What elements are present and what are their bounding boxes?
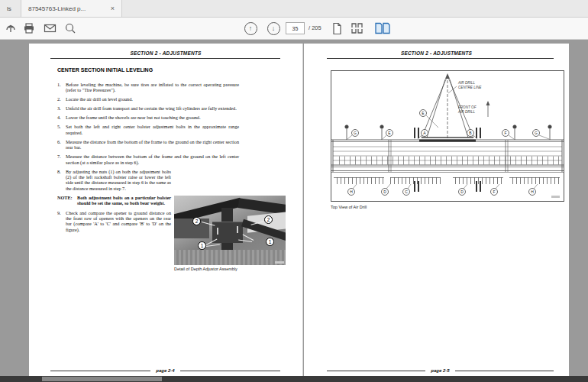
diagram-callout-letter: H: [531, 189, 534, 194]
list-item: 3.Unfold the air drill from transport an…: [57, 105, 239, 111]
tab-bar: ls 87545763-Linked p... ×: [0, 0, 588, 18]
list-item: 6.Measure the distance from the bottom o…: [57, 139, 239, 151]
diagram-callout-letter: G: [354, 131, 357, 135]
drawing-id-smudge: [551, 196, 560, 198]
page-number-input[interactable]: [286, 22, 305, 34]
continuous-scroll-icon: [351, 22, 367, 34]
header-rule-left: [50, 58, 280, 59]
diagram-callout-letter: F: [504, 131, 506, 135]
note-block: NOTE:Both adjustment bolts on a particul…: [57, 195, 171, 206]
single-page-icon: [331, 22, 343, 35]
next-page-button[interactable]: ↓: [265, 20, 282, 37]
page-footer-right: page 2-5: [327, 368, 554, 373]
page-count-label: / 205: [309, 24, 321, 31]
diagram-callout-letter: H: [350, 189, 353, 194]
list-item: 5.Set both the left and right center bol…: [57, 124, 239, 135]
note-text: Both adjustment bolts on a particular bo…: [77, 195, 171, 206]
list-item: 8.By adjusting the nuts (1) on both the …: [57, 169, 171, 192]
single-page-view-button[interactable]: [328, 20, 345, 37]
section-header-right: SECTION 2 - ADJUSTMENTS: [304, 50, 569, 56]
diagram-callout-letter: G: [535, 131, 538, 135]
list-item: 4.Lower the frame until the shovels are …: [57, 115, 239, 120]
page-right: SECTION 2 - ADJUSTMENTS: [304, 44, 569, 376]
section-header-left: SECTION 2 - ADJUSTMENTS: [29, 50, 302, 56]
figure-depth-adjustor: 2 2 1 1 Detail of Depth Adjustor Assembl…: [174, 196, 286, 271]
pdf-viewer-window: ls 87545763-Linked p... ×: [0, 0, 588, 382]
two-page-view-button[interactable]: [373, 20, 393, 37]
tab-document-label: 87545763-Linked p...: [28, 5, 86, 12]
page-left: SECTION 2 - ADJUSTMENTS CENTER SECTION I…: [29, 44, 303, 376]
diagram-label: FRONT OF: [458, 105, 477, 109]
close-icon[interactable]: ×: [111, 5, 115, 12]
share-icon: [5, 22, 17, 34]
list-item: 7.Measure the distance between the botto…: [57, 154, 239, 165]
scrollbar-thumb[interactable]: [42, 377, 162, 381]
arrow-up-icon: ↑: [249, 25, 253, 32]
arrow-down-icon: ↓: [272, 25, 276, 32]
previous-page-button[interactable]: ↑: [242, 20, 259, 37]
diagram-caption: Top View of Air Drill: [331, 205, 367, 209]
page-number-right: page 2-5: [431, 368, 449, 373]
document-area[interactable]: SECTION 2 - ADJUSTMENTS CENTER SECTION I…: [0, 40, 588, 376]
diagram-label: AIR DRILL: [457, 81, 475, 85]
diagram-callout-letter: C: [405, 189, 408, 194]
diagram-callout-letter: D: [383, 189, 386, 194]
list-item: 2.Locate the air drill on level ground.: [57, 96, 239, 102]
toolbar: ↑ ↓ / 205: [0, 18, 588, 40]
photo-callout-1-left: 1: [198, 241, 206, 250]
photo-id-smudge: [275, 261, 284, 264]
photo-callout-1-right: 1: [266, 238, 274, 246]
print-button[interactable]: [21, 20, 37, 37]
photo-callout-2-right: 2: [264, 215, 273, 224]
list-item: 1.Before leveling the machine, be sure t…: [57, 82, 239, 93]
tab-document[interactable]: 87545763-Linked p... ×: [21, 0, 122, 17]
email-button[interactable]: [41, 20, 58, 37]
photo-caption: Detail of Depth Adjustor Assembly: [174, 267, 286, 271]
scrolling-view-button[interactable]: [349, 20, 369, 37]
share-button[interactable]: [2, 20, 19, 37]
photo-callout-2-left: 2: [192, 217, 201, 225]
page-footer-left: page 2-4: [50, 368, 280, 373]
zoom-button[interactable]: [62, 20, 79, 37]
diagram-callout-letter: F: [493, 189, 495, 194]
list-item: 9.Check and compare the opener to ground…: [57, 210, 171, 233]
diagram-top-view: AIR DRILL CENTRE LINE FRONT OF AIR DRILL…: [331, 70, 564, 202]
photo-depth-adjustor: 2 2 1 1: [174, 196, 286, 265]
air-drill-diagram-svg: AIR DRILL CENTRE LINE FRONT OF AIR DRILL…: [331, 71, 564, 201]
topic-heading: CENTER SECTION INITIAL LEVELING: [57, 67, 153, 73]
magnifier-icon: [64, 22, 76, 34]
diagram-label: AIR DRILL: [457, 110, 475, 114]
note-label: NOTE:: [57, 195, 77, 206]
horizontal-scrollbar[interactable]: [0, 376, 588, 382]
header-rule-right: [327, 58, 554, 59]
two-page-icon: [374, 22, 391, 34]
print-icon: [23, 22, 35, 34]
envelope-icon: [44, 22, 57, 34]
tab-tools-label: ls: [7, 5, 11, 12]
diagram-label: CENTRE LINE: [458, 86, 482, 89]
tab-tools[interactable]: ls: [0, 0, 21, 17]
page-number-left: page 2-4: [156, 368, 174, 373]
diagram-callout-letter: D: [460, 189, 464, 194]
